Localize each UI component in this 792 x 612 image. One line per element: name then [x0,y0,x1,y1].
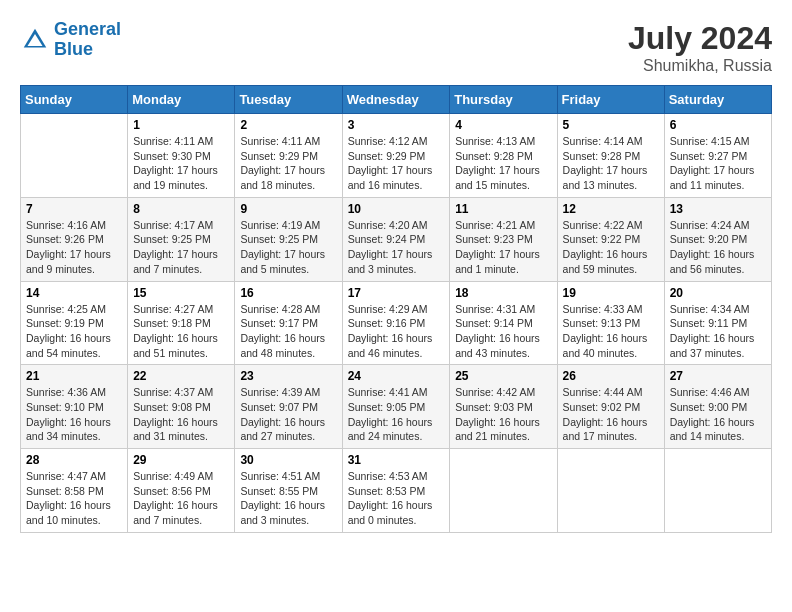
day-number: 19 [563,286,659,300]
day-info: Sunrise: 4:37 AMSunset: 9:08 PMDaylight:… [133,385,229,444]
day-info: Sunrise: 4:28 AMSunset: 9:17 PMDaylight:… [240,302,336,361]
day-number: 30 [240,453,336,467]
calendar-week-row: 21Sunrise: 4:36 AMSunset: 9:10 PMDayligh… [21,365,772,449]
day-number: 29 [133,453,229,467]
day-info: Sunrise: 4:53 AMSunset: 8:53 PMDaylight:… [348,469,445,528]
calendar-cell: 18Sunrise: 4:31 AMSunset: 9:14 PMDayligh… [450,281,557,365]
day-info: Sunrise: 4:25 AMSunset: 9:19 PMDaylight:… [26,302,122,361]
calendar-table: SundayMondayTuesdayWednesdayThursdayFrid… [20,85,772,533]
logo-line1: General [54,19,121,39]
day-info: Sunrise: 4:13 AMSunset: 9:28 PMDaylight:… [455,134,551,193]
day-info: Sunrise: 4:39 AMSunset: 9:07 PMDaylight:… [240,385,336,444]
calendar-cell: 27Sunrise: 4:46 AMSunset: 9:00 PMDayligh… [664,365,771,449]
calendar-cell: 29Sunrise: 4:49 AMSunset: 8:56 PMDayligh… [128,449,235,533]
calendar-cell: 10Sunrise: 4:20 AMSunset: 9:24 PMDayligh… [342,197,450,281]
calendar-cell: 3Sunrise: 4:12 AMSunset: 9:29 PMDaylight… [342,114,450,198]
day-info: Sunrise: 4:17 AMSunset: 9:25 PMDaylight:… [133,218,229,277]
calendar-cell: 11Sunrise: 4:21 AMSunset: 9:23 PMDayligh… [450,197,557,281]
calendar-cell: 24Sunrise: 4:41 AMSunset: 9:05 PMDayligh… [342,365,450,449]
day-info: Sunrise: 4:46 AMSunset: 9:00 PMDaylight:… [670,385,766,444]
day-info: Sunrise: 4:14 AMSunset: 9:28 PMDaylight:… [563,134,659,193]
logo: General Blue [20,20,121,60]
day-info: Sunrise: 4:33 AMSunset: 9:13 PMDaylight:… [563,302,659,361]
day-number: 13 [670,202,766,216]
day-number: 7 [26,202,122,216]
day-number: 10 [348,202,445,216]
day-number: 20 [670,286,766,300]
calendar-cell: 14Sunrise: 4:25 AMSunset: 9:19 PMDayligh… [21,281,128,365]
weekday-header: Monday [128,86,235,114]
day-info: Sunrise: 4:27 AMSunset: 9:18 PMDaylight:… [133,302,229,361]
day-info: Sunrise: 4:22 AMSunset: 9:22 PMDaylight:… [563,218,659,277]
day-info: Sunrise: 4:51 AMSunset: 8:55 PMDaylight:… [240,469,336,528]
page-header: General Blue July 2024 Shumikha, Russia [20,20,772,75]
weekday-header: Thursday [450,86,557,114]
day-info: Sunrise: 4:47 AMSunset: 8:58 PMDaylight:… [26,469,122,528]
calendar-week-row: 14Sunrise: 4:25 AMSunset: 9:19 PMDayligh… [21,281,772,365]
day-number: 22 [133,369,229,383]
day-number: 24 [348,369,445,383]
day-info: Sunrise: 4:12 AMSunset: 9:29 PMDaylight:… [348,134,445,193]
day-info: Sunrise: 4:36 AMSunset: 9:10 PMDaylight:… [26,385,122,444]
logo-icon [20,25,50,55]
calendar-cell: 1Sunrise: 4:11 AMSunset: 9:30 PMDaylight… [128,114,235,198]
day-number: 5 [563,118,659,132]
calendar-cell: 20Sunrise: 4:34 AMSunset: 9:11 PMDayligh… [664,281,771,365]
calendar-week-row: 7Sunrise: 4:16 AMSunset: 9:26 PMDaylight… [21,197,772,281]
weekday-header: Sunday [21,86,128,114]
calendar-cell: 28Sunrise: 4:47 AMSunset: 8:58 PMDayligh… [21,449,128,533]
day-info: Sunrise: 4:15 AMSunset: 9:27 PMDaylight:… [670,134,766,193]
day-number: 2 [240,118,336,132]
calendar-cell: 25Sunrise: 4:42 AMSunset: 9:03 PMDayligh… [450,365,557,449]
day-info: Sunrise: 4:11 AMSunset: 9:29 PMDaylight:… [240,134,336,193]
day-number: 8 [133,202,229,216]
weekday-header: Tuesday [235,86,342,114]
calendar-cell: 12Sunrise: 4:22 AMSunset: 9:22 PMDayligh… [557,197,664,281]
calendar-cell: 6Sunrise: 4:15 AMSunset: 9:27 PMDaylight… [664,114,771,198]
day-number: 9 [240,202,336,216]
day-number: 18 [455,286,551,300]
day-info: Sunrise: 4:41 AMSunset: 9:05 PMDaylight:… [348,385,445,444]
calendar-cell: 9Sunrise: 4:19 AMSunset: 9:25 PMDaylight… [235,197,342,281]
day-number: 14 [26,286,122,300]
title-block: July 2024 Shumikha, Russia [628,20,772,75]
month-year: July 2024 [628,20,772,57]
calendar-cell: 5Sunrise: 4:14 AMSunset: 9:28 PMDaylight… [557,114,664,198]
calendar-cell: 31Sunrise: 4:53 AMSunset: 8:53 PMDayligh… [342,449,450,533]
calendar-cell: 13Sunrise: 4:24 AMSunset: 9:20 PMDayligh… [664,197,771,281]
calendar-cell: 8Sunrise: 4:17 AMSunset: 9:25 PMDaylight… [128,197,235,281]
calendar-cell: 21Sunrise: 4:36 AMSunset: 9:10 PMDayligh… [21,365,128,449]
day-number: 28 [26,453,122,467]
day-info: Sunrise: 4:49 AMSunset: 8:56 PMDaylight:… [133,469,229,528]
calendar-cell: 26Sunrise: 4:44 AMSunset: 9:02 PMDayligh… [557,365,664,449]
calendar-cell: 16Sunrise: 4:28 AMSunset: 9:17 PMDayligh… [235,281,342,365]
day-number: 23 [240,369,336,383]
calendar-cell: 19Sunrise: 4:33 AMSunset: 9:13 PMDayligh… [557,281,664,365]
day-info: Sunrise: 4:31 AMSunset: 9:14 PMDaylight:… [455,302,551,361]
location: Shumikha, Russia [628,57,772,75]
day-number: 12 [563,202,659,216]
day-number: 31 [348,453,445,467]
calendar-cell: 7Sunrise: 4:16 AMSunset: 9:26 PMDaylight… [21,197,128,281]
logo-line2: Blue [54,40,121,60]
calendar-cell [664,449,771,533]
day-info: Sunrise: 4:34 AMSunset: 9:11 PMDaylight:… [670,302,766,361]
day-number: 3 [348,118,445,132]
weekday-header: Saturday [664,86,771,114]
calendar-cell: 15Sunrise: 4:27 AMSunset: 9:18 PMDayligh… [128,281,235,365]
day-info: Sunrise: 4:19 AMSunset: 9:25 PMDaylight:… [240,218,336,277]
calendar-cell [557,449,664,533]
day-number: 26 [563,369,659,383]
calendar-cell [21,114,128,198]
day-info: Sunrise: 4:24 AMSunset: 9:20 PMDaylight:… [670,218,766,277]
day-info: Sunrise: 4:44 AMSunset: 9:02 PMDaylight:… [563,385,659,444]
calendar-week-row: 28Sunrise: 4:47 AMSunset: 8:58 PMDayligh… [21,449,772,533]
day-number: 11 [455,202,551,216]
calendar-week-row: 1Sunrise: 4:11 AMSunset: 9:30 PMDaylight… [21,114,772,198]
calendar-cell: 23Sunrise: 4:39 AMSunset: 9:07 PMDayligh… [235,365,342,449]
day-number: 16 [240,286,336,300]
weekday-header: Wednesday [342,86,450,114]
weekday-header-row: SundayMondayTuesdayWednesdayThursdayFrid… [21,86,772,114]
day-info: Sunrise: 4:11 AMSunset: 9:30 PMDaylight:… [133,134,229,193]
day-info: Sunrise: 4:29 AMSunset: 9:16 PMDaylight:… [348,302,445,361]
